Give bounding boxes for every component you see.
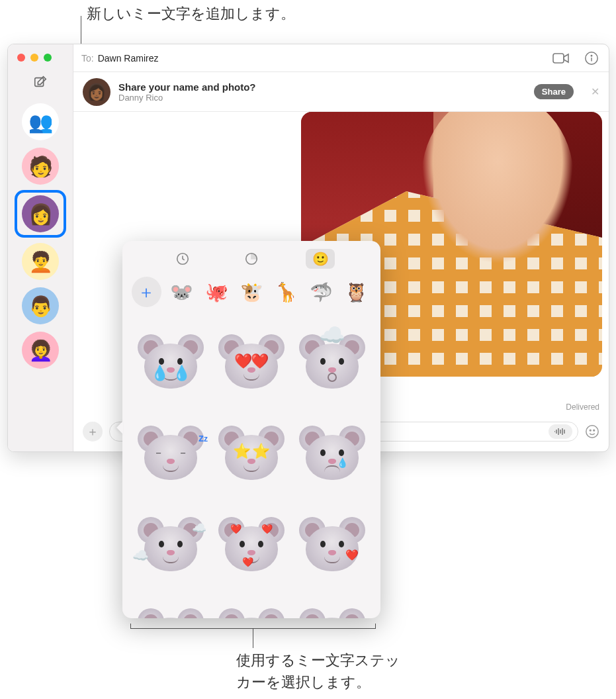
sticker-heart-cheek[interactable]: ❤️ bbox=[294, 500, 370, 586]
dismiss-banner-button[interactable]: ✕ bbox=[591, 85, 599, 98]
sidebar-item-contact-pink[interactable]: 🧑 bbox=[22, 148, 59, 185]
banner-avatar: 👩🏾 bbox=[83, 78, 110, 106]
tab-stickers[interactable] bbox=[237, 249, 266, 269]
sticker-blowing-kiss-hearts[interactable]: ❤️❤️❤️ bbox=[214, 500, 289, 586]
share-name-banner: 👩🏾 Share your name and photo? Danny Rico… bbox=[73, 72, 609, 112]
conversation-header: To: Dawn Ramirez bbox=[73, 44, 609, 72]
memoji-owl[interactable]: 🦉 bbox=[341, 277, 371, 307]
callout-line bbox=[375, 624, 376, 629]
sticker-grid: 💧💧 ❤️❤️ ☁️ ──zz ⭐⭐ 💧 ☁️☁️ ❤️❤️❤️ ❤️ ╲╱ 💧 bbox=[129, 314, 374, 618]
svg-point-4 bbox=[586, 426, 598, 438]
emoji-picker-button[interactable] bbox=[585, 424, 599, 439]
sidebar-item-contact-blue[interactable]: 👨 bbox=[22, 287, 59, 324]
sticker-star-struck[interactable]: ⭐⭐ bbox=[214, 409, 289, 495]
popover-tabs: 🙂 bbox=[129, 246, 374, 274]
conversations-sidebar: 👥 🧑 👩 🧑‍🦱 👨 👩‍🦱 bbox=[8, 44, 73, 451]
callout-line bbox=[130, 624, 131, 629]
sidebar-item-contact-yellow[interactable]: 🧑‍🦱 bbox=[22, 243, 59, 280]
sticker-cloud-face[interactable]: ☁️☁️ bbox=[133, 500, 208, 586]
banner-subtitle: Danny Rico bbox=[118, 93, 256, 103]
sidebar-item-contact-rose[interactable]: 👩‍🦱 bbox=[22, 332, 59, 369]
sticker-angry[interactable]: ╲╱ bbox=[214, 592, 289, 618]
sticker-heart-eyes[interactable]: ❤️❤️ bbox=[214, 318, 289, 404]
delivery-status: Delivered bbox=[566, 402, 599, 412]
svg-point-5 bbox=[590, 430, 591, 431]
facetime-button[interactable] bbox=[552, 51, 570, 66]
fullscreen-window-button[interactable] bbox=[44, 54, 52, 62]
svg-rect-1 bbox=[553, 54, 564, 63]
callout-bottom: 使用するミー文字ステッ カーを選択します。 bbox=[236, 649, 435, 693]
callout-top: 新しいミー文字を追加します。 bbox=[87, 3, 295, 24]
minimize-window-button[interactable] bbox=[30, 54, 38, 62]
sidebar-item-contact-group[interactable]: 👥 bbox=[22, 103, 59, 140]
memoji-giraffe[interactable]: 🦒 bbox=[271, 277, 301, 307]
sticker-mind-blown[interactable]: ☁️ bbox=[294, 318, 370, 404]
memoji-octopus[interactable]: 🐙 bbox=[202, 277, 232, 307]
apps-button[interactable]: ＋ bbox=[83, 422, 103, 442]
memoji-cow[interactable]: 🐮 bbox=[237, 277, 267, 307]
audio-message-button[interactable] bbox=[549, 424, 572, 439]
popover-arrow bbox=[116, 421, 123, 434]
tab-memoji[interactable]: 🙂 bbox=[306, 249, 335, 269]
compose-button[interactable] bbox=[29, 72, 52, 92]
memoji-selector-row: ＋ 🐭 🐙 🐮 🦒 🦈 🦉 bbox=[129, 274, 374, 314]
sidebar-item-contact-purple[interactable]: 👩 bbox=[17, 192, 64, 236]
svg-point-6 bbox=[594, 430, 595, 431]
memoji-mouse[interactable]: 🐭 bbox=[167, 277, 197, 307]
callout-line bbox=[253, 628, 253, 648]
sticker-tears-of-joy[interactable]: 💧💧 bbox=[133, 318, 208, 404]
to-name: Dawn Ramirez bbox=[98, 53, 159, 64]
sticker-sweat[interactable]: 💧 bbox=[294, 592, 370, 618]
add-memoji-button[interactable]: ＋ bbox=[132, 277, 161, 307]
sticker-sleeping[interactable]: ──zz bbox=[133, 409, 208, 495]
memoji-shark[interactable]: 🦈 bbox=[306, 277, 336, 307]
close-window-button[interactable] bbox=[17, 54, 25, 62]
info-button[interactable] bbox=[582, 51, 601, 66]
share-button[interactable]: Share bbox=[534, 84, 574, 99]
window-controls bbox=[17, 54, 52, 62]
to-label: To: bbox=[81, 53, 94, 64]
memoji-popover: 🙂 ＋ 🐭 🐙 🐮 🦒 🦈 🦉 💧💧 ❤️❤️ ☁️ ──zz ⭐⭐ 💧 ☁️☁… bbox=[122, 241, 380, 618]
svg-point-3 bbox=[591, 55, 592, 56]
tab-recent[interactable] bbox=[168, 249, 197, 269]
sticker-worried[interactable] bbox=[133, 592, 208, 618]
sticker-crying[interactable]: 💧 bbox=[294, 409, 370, 495]
banner-title: Share your name and photo? bbox=[118, 81, 256, 93]
